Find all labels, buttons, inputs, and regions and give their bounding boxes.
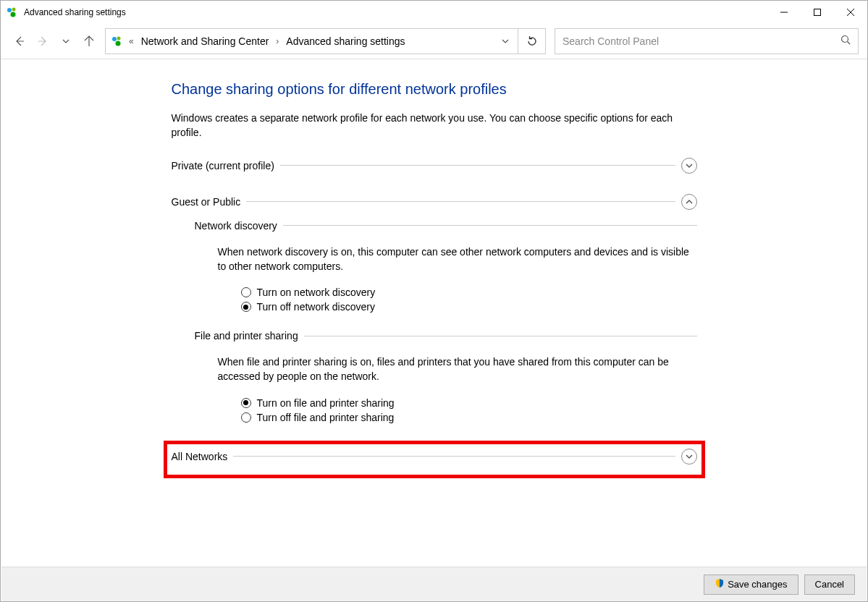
forward-button[interactable] <box>33 31 53 51</box>
save-changes-button[interactable]: Save changes <box>704 575 798 595</box>
radio-discovery-off[interactable]: Turn off network discovery <box>241 301 697 313</box>
footer: Save changes Cancel <box>1 567 867 601</box>
divider <box>280 165 675 166</box>
radio-discovery-on[interactable]: Turn on network discovery <box>241 287 697 298</box>
svg-point-8 <box>117 37 121 41</box>
chevron-up-icon[interactable] <box>681 194 697 210</box>
divider <box>283 225 697 226</box>
refresh-button[interactable] <box>518 28 546 54</box>
highlight-box: All Networks <box>164 441 705 478</box>
control-panel-icon <box>7 7 18 18</box>
svg-rect-4 <box>814 9 821 16</box>
section-all-networks[interactable]: All Networks <box>172 449 697 465</box>
search-box[interactable] <box>555 28 859 54</box>
refresh-icon <box>526 35 538 47</box>
minimize-button[interactable] <box>767 1 801 24</box>
content-area: Change sharing options for different net… <box>1 59 867 567</box>
titlebar: Advanced sharing settings <box>1 1 867 24</box>
radio-filesharing-on[interactable]: Turn on file and printer sharing <box>241 397 697 409</box>
breadcrumb-icon <box>111 35 123 47</box>
page-description: Windows creates a separate network profi… <box>172 111 697 140</box>
radio-label: Turn on network discovery <box>257 287 376 298</box>
address-bar[interactable]: « Network and Sharing Center › Advanced … <box>105 28 518 54</box>
svg-point-0 <box>7 8 12 12</box>
file-sharing-heading: File and printer sharing <box>195 330 304 342</box>
up-button[interactable] <box>79 31 99 51</box>
search-input[interactable] <box>562 35 840 47</box>
cancel-button[interactable]: Cancel <box>804 575 855 595</box>
recent-locations-button[interactable] <box>56 31 76 51</box>
search-icon[interactable] <box>840 35 851 48</box>
svg-point-1 <box>12 8 16 12</box>
radio-icon <box>241 302 251 312</box>
svg-point-7 <box>112 37 117 41</box>
chevron-right-icon[interactable]: › <box>276 36 279 46</box>
section-guest-label: Guest or Public <box>172 196 247 208</box>
breadcrumb-overflow-icon[interactable]: « <box>129 36 134 46</box>
file-sharing-section: File and printer sharing When file and p… <box>195 330 697 423</box>
section-private-label: Private (current profile) <box>172 160 280 171</box>
breadcrumb-parent[interactable]: Network and Sharing Center <box>137 33 274 50</box>
radio-label: Turn on file and printer sharing <box>257 397 395 409</box>
radio-filesharing-off[interactable]: Turn off file and printer sharing <box>241 412 697 423</box>
shield-icon <box>715 578 725 590</box>
network-discovery-description: When network discovery is on, this compu… <box>218 245 697 274</box>
divider <box>246 201 675 202</box>
file-sharing-description: When file and printer sharing is on, fil… <box>218 355 697 384</box>
chevron-down-icon[interactable] <box>681 449 697 465</box>
navbar: « Network and Sharing Center › Advanced … <box>1 24 867 59</box>
radio-label: Turn off file and printer sharing <box>257 412 395 423</box>
radio-icon <box>241 412 251 423</box>
section-all-label: All Networks <box>172 451 234 462</box>
network-discovery-heading: Network discovery <box>195 220 283 232</box>
radio-icon <box>241 398 251 408</box>
window-controls <box>767 1 867 24</box>
page-title: Change sharing options for different net… <box>172 81 697 98</box>
save-changes-label: Save changes <box>728 579 787 590</box>
svg-point-2 <box>11 12 16 17</box>
radio-label: Turn off network discovery <box>257 301 375 313</box>
maximize-button[interactable] <box>801 1 834 24</box>
svg-point-9 <box>116 41 121 46</box>
network-discovery-section: Network discovery When network discovery… <box>195 220 697 313</box>
chevron-down-icon[interactable] <box>681 158 697 174</box>
window-title: Advanced sharing settings <box>24 7 126 17</box>
address-dropdown-icon[interactable] <box>496 35 515 48</box>
divider <box>233 456 675 457</box>
svg-point-10 <box>842 36 848 43</box>
cancel-label: Cancel <box>815 579 844 590</box>
radio-icon <box>241 287 251 297</box>
breadcrumb-current[interactable]: Advanced sharing settings <box>282 33 409 50</box>
close-button[interactable] <box>834 1 867 24</box>
section-private[interactable]: Private (current profile) <box>172 158 697 174</box>
svg-line-11 <box>848 42 851 45</box>
section-guest[interactable]: Guest or Public <box>172 194 697 210</box>
back-button[interactable] <box>9 31 30 51</box>
divider <box>304 336 697 336</box>
